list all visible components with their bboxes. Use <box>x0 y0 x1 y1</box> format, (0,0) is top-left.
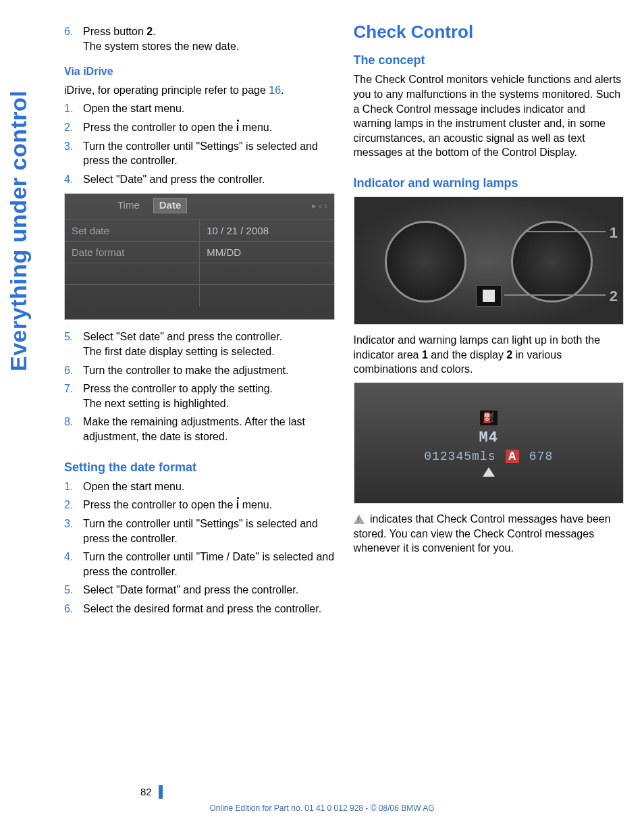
text: Press the controller to open the <box>83 499 236 510</box>
fuel-gauge-icon: ⛽ <box>480 411 498 425</box>
list-item: Turn the controller until "Settings" is … <box>64 139 335 168</box>
text: . <box>153 26 155 37</box>
text: menu. <box>239 122 272 133</box>
stored-message-badge: A <box>506 450 519 463</box>
list-item: Select "Date format" and press the contr… <box>64 583 335 598</box>
text: The next setting is highlighted. <box>83 398 229 409</box>
odometer-readout: ⛽ M4 012345mls A 678 <box>424 409 553 477</box>
heading-check-control: Check Control <box>354 20 624 44</box>
row-value: MM/DD <box>199 241 333 263</box>
nav-arrows-icon: ▸ ‹ › <box>312 200 327 212</box>
text: Select "Set date" and press the controll… <box>83 331 282 342</box>
warning-person-icon <box>483 290 495 302</box>
dashboard-display-image: ⛽ M4 012345mls A 678 <box>354 382 624 504</box>
paragraph: The Check Control monitors vehicle funct… <box>354 72 624 160</box>
text: Press the controller to apply the settin… <box>83 383 273 394</box>
list-item: Select "Date" and press the controller. <box>64 172 335 187</box>
text: . <box>281 84 284 96</box>
list-item: Turn the controller to make the adjustme… <box>64 363 335 378</box>
text: The first date display setting is select… <box>83 346 275 357</box>
row-value: 10 / 21 / 2008 <box>199 219 333 241</box>
text: Open the start menu. <box>83 479 335 494</box>
paragraph: indicates that Check Control messages ha… <box>354 512 624 556</box>
heading-the-concept: The concept <box>354 52 624 68</box>
odometer-value: 012345mls <box>424 450 504 463</box>
row-empty <box>199 263 333 284</box>
text: Turn the controller to make the adjustme… <box>83 363 335 378</box>
footer-text: Online Edition for Part no. 01 41 0 012 … <box>0 803 644 814</box>
callout-number: 2 <box>610 286 618 307</box>
side-tab-title: Everything under control <box>5 20 32 371</box>
bold-number: 1 <box>422 349 428 361</box>
text: indicates that Check Control messages ha… <box>354 513 611 554</box>
idrive-steps-5to8: Select "Set date" and press the controll… <box>64 329 335 444</box>
page-link[interactable]: 16 <box>269 84 281 96</box>
text: Press the controller to open the <box>83 122 236 133</box>
tab-time: Time <box>117 199 140 212</box>
idrive-steps-1to4: Open the start menu. Press the controlle… <box>64 101 335 186</box>
heading-date-format: Setting the date format <box>64 459 335 475</box>
text: Turn the controller until "Time / Date" … <box>83 550 335 579</box>
tab-date: Date <box>153 198 188 213</box>
list-item: Turn the controller until "Settings" is … <box>64 517 335 546</box>
gauge-icon <box>385 221 466 302</box>
paragraph: iDrive, for operating principle refer to… <box>64 83 335 98</box>
text: and the display <box>428 349 507 361</box>
up-arrow-icon <box>483 467 495 477</box>
text: Open the start menu. <box>83 101 335 116</box>
list-item: Press the controller to open the menu. <box>64 498 335 512</box>
text: Select "Date" and press the controller. <box>83 172 335 187</box>
paragraph: Indicator and warning lamps can light up… <box>354 333 624 377</box>
i-menu-icon <box>236 120 239 135</box>
text: iDrive, for operating principle refer to… <box>64 84 269 96</box>
gear-indicator: M4 <box>479 429 498 446</box>
tab-row: Time Date ▸ ‹ › <box>65 198 334 213</box>
continuing-list-step6: Press button 2. The system stores the ne… <box>64 24 335 53</box>
left-column: Press button 2. The system stores the ne… <box>64 20 335 792</box>
bold-number: 2 <box>146 26 153 37</box>
list-item: Press the controller to open the menu. <box>64 120 335 135</box>
gauge-icon <box>511 221 593 302</box>
text: Turn the controller until "Settings" is … <box>83 139 335 168</box>
list-item: Press the controller to apply the settin… <box>64 381 335 411</box>
heading-indicator-lamps: Indicator and warning lamps <box>354 175 624 191</box>
instrument-cluster-image: 1 2 <box>354 196 624 325</box>
row-empty <box>65 263 199 284</box>
list-item: Select "Set date" and press the controll… <box>64 329 335 359</box>
list-item: Press button 2. The system stores the ne… <box>64 24 335 53</box>
date-format-steps: Open the start menu. Press the controlle… <box>64 479 335 616</box>
list-item: Make the remaining adjustments. After th… <box>64 415 335 444</box>
list-item: Turn the controller until "Time / Date" … <box>64 550 335 579</box>
heading-via-idrive: Via iDrive <box>64 64 335 79</box>
odometer-value: 678 <box>521 450 553 463</box>
callout-number: 1 <box>610 223 618 243</box>
settings-grid: Set date 10 / 21 / 2008 Date format MM/D… <box>65 219 334 319</box>
list-item: Select the desired format and press the … <box>64 602 335 616</box>
right-column: Check Control The concept The Check Cont… <box>354 20 624 792</box>
text: menu. <box>239 499 272 510</box>
text: Select the desired format and press the … <box>83 602 335 616</box>
row-empty <box>199 284 333 306</box>
page-content: Press button 2. The system stores the ne… <box>64 20 624 792</box>
text: Turn the controller until "Settings" is … <box>83 517 335 546</box>
page-number: 82 <box>140 785 163 799</box>
row-label: Date format <box>65 241 199 263</box>
leader-line <box>525 231 606 232</box>
bold-number: 2 <box>506 349 512 361</box>
display-box <box>476 285 502 307</box>
row-empty <box>65 284 199 306</box>
i-menu-icon <box>236 498 239 512</box>
warning-triangle-icon <box>354 514 365 524</box>
text: Press button <box>83 26 146 37</box>
text: The system stores the new date. <box>83 41 239 52</box>
row-label: Set date <box>65 219 199 241</box>
leader-line <box>504 294 606 296</box>
idrive-screenshot: Time Date ▸ ‹ › Set date 10 / 21 / 2008 … <box>64 193 335 320</box>
text: Make the remaining adjustments. After th… <box>83 415 335 444</box>
list-item: Open the start menu. <box>64 101 335 116</box>
list-item: Open the start menu. <box>64 479 335 494</box>
text: Select "Date format" and press the contr… <box>83 583 335 598</box>
